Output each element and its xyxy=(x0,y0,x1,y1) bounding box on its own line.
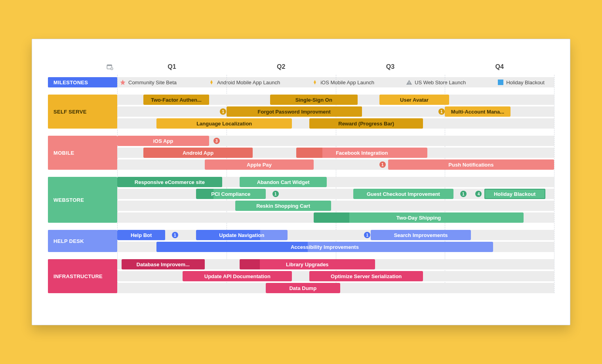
bar-label: Update Navigation xyxy=(219,232,264,238)
milestone-label: Android Mobile App Launch xyxy=(217,80,280,85)
roadmap-bar[interactable]: Language Localization xyxy=(156,118,292,129)
roadmap-bar[interactable]: Search Improvements xyxy=(371,230,471,240)
bar-label: Library Upgrades xyxy=(286,262,329,267)
lane-row: Responsive eCommerce siteAbandon Cart Wi… xyxy=(117,177,554,187)
calendar-settings-icon[interactable] xyxy=(106,63,113,70)
bar-label: Facebook Integration xyxy=(336,150,388,156)
bar-label: PCI Compliance xyxy=(211,191,250,197)
timeline-header: Q1Q2Q3Q4 xyxy=(48,59,554,75)
quarter-header: Q2 xyxy=(227,63,336,70)
svg-rect-5 xyxy=(409,83,409,84)
lane-label: WEBSTORE xyxy=(48,177,117,223)
swimlane: SELF SERVETwo-Factor Authen...Single-Sig… xyxy=(48,95,554,129)
roadmap-bar[interactable]: PCI Compliance xyxy=(196,189,266,199)
lane-label: INFRASTRUCTURE xyxy=(48,259,117,293)
lane-row: Reskin Shopping Cart xyxy=(117,201,554,211)
bar-label: Single-Sign On xyxy=(295,97,332,103)
milestones-label: MILESTONES xyxy=(48,77,117,87)
roadmap-bar[interactable]: Abandon Cart Widget xyxy=(240,177,327,187)
roadmap-bar[interactable]: Responsive eCommerce site xyxy=(117,177,222,187)
roadmap-chart: Q1Q2Q3Q4 MILESTONES Community Site BetaA… xyxy=(48,59,554,293)
bar-label: Forgot Password Improvment xyxy=(258,109,331,115)
bar-label: Responsive eCommerce site xyxy=(135,179,205,185)
lane-row: Two-Factor Authen...Single-Sign OnUser A… xyxy=(117,95,554,105)
roadmap-bar[interactable]: Guest Checkout Improvement xyxy=(353,189,454,199)
bar-label: Two-Factor Authen... xyxy=(151,97,202,103)
bar-label: Database Improvem... xyxy=(137,262,190,267)
count-badge[interactable]: 4 xyxy=(475,191,482,197)
bar-label: Data Dump xyxy=(289,285,316,291)
lane-label: SELF SERVE xyxy=(48,95,117,129)
roadmap-bar[interactable]: Library Upgrades xyxy=(240,259,375,269)
count-badge[interactable]: 1 xyxy=(438,108,445,115)
roadmap-bar[interactable]: Android App xyxy=(143,148,253,158)
milestones-row: MILESTONES Community Site BetaAndroid Mo… xyxy=(48,77,554,87)
milestone-item[interactable]: Android Mobile App Launch xyxy=(208,79,280,85)
roadmap-bar[interactable]: Apple Pay xyxy=(205,159,314,170)
quarter-header: Q1 xyxy=(117,63,227,70)
swimlane: HELP DESKHelp Bot1Update Navigation1Sear… xyxy=(48,230,554,252)
roadmap-bar[interactable]: Reward (Progress Bar) xyxy=(309,118,423,129)
count-badge[interactable]: 1 xyxy=(172,232,178,238)
roadmap-bar[interactable]: Single-Sign On xyxy=(270,95,358,105)
milestone-label: iOS Mobile App Launch xyxy=(320,80,374,85)
swimlane: INFRASTRUCTUREDatabase Improvem...Librar… xyxy=(48,259,554,293)
roadmap-bar[interactable]: Two-Factor Authen... xyxy=(143,95,209,105)
bar-label: Update API Documentation xyxy=(204,273,271,279)
milestone-label: US Web Store Launch xyxy=(415,80,466,85)
milestones-track: Community Site BetaAndroid Mobile App La… xyxy=(117,77,554,87)
milestone-label: Holiday Blackout xyxy=(506,80,545,85)
quarter-header: Q4 xyxy=(445,63,554,70)
count-badge[interactable]: 1 xyxy=(272,191,279,197)
lane-row: 1Forgot Password Improvment1Multi-Accoun… xyxy=(117,106,554,117)
bar-label: iOS App xyxy=(153,138,173,144)
roadmap-bar[interactable]: Update Navigation xyxy=(196,230,288,240)
quarter-header: Q3 xyxy=(336,63,445,70)
roadmap-bar[interactable]: Push Notifications xyxy=(388,159,554,170)
roadmap-bar[interactable]: Multi-Account Mana... xyxy=(445,106,510,117)
roadmap-bar[interactable]: Help Bot xyxy=(117,230,165,240)
roadmap-bar[interactable]: Two-Day Shipping xyxy=(314,212,523,223)
count-badge[interactable]: 1 xyxy=(220,108,226,115)
roadmap-panel: Q1Q2Q3Q4 MILESTONES Community Site BetaA… xyxy=(32,39,570,325)
roadmap-bar[interactable]: Holiday Blackout xyxy=(484,189,545,199)
roadmap-bar[interactable]: Facebook Integration xyxy=(296,148,427,158)
count-badge[interactable]: 1 xyxy=(460,191,467,197)
bar-label: Multi-Account Mana... xyxy=(451,109,504,115)
bar-label: Reward (Progress Bar) xyxy=(338,121,394,127)
count-badge[interactable]: 3 xyxy=(213,138,220,144)
roadmap-bar[interactable]: User Avatar xyxy=(379,95,449,105)
lane-row: Database Improvem...Library Upgrades xyxy=(117,259,554,269)
lane-row: Update API DocumentationOptimize Server … xyxy=(117,271,554,281)
roadmap-bar[interactable]: Update API Documentation xyxy=(183,271,292,281)
milestone-item[interactable]: Holiday Blackout xyxy=(497,79,545,85)
swimlane: MOBILEiOS App3Android AppFacebook Integr… xyxy=(48,136,554,170)
lane-row: Android AppFacebook Integration xyxy=(117,148,554,158)
lane-row: Apple Pay1Push Notifications xyxy=(117,159,554,170)
roadmap-bar[interactable]: Forgot Password Improvment xyxy=(227,106,362,117)
roadmap-bar[interactable]: iOS App xyxy=(117,136,209,146)
bar-label: Search Improvements xyxy=(394,232,448,238)
milestone-item[interactable]: Community Site Beta xyxy=(120,79,177,85)
bar-label: User Avatar xyxy=(400,97,429,103)
milestone-label: Community Site Beta xyxy=(128,80,177,85)
milestone-item[interactable]: US Web Store Launch xyxy=(406,79,466,85)
lane-row: Language LocalizationReward (Progress Ba… xyxy=(117,118,554,129)
roadmap-bar[interactable]: Accessibility Improvements xyxy=(156,242,493,252)
lane-row: Help Bot1Update Navigation1Search Improv… xyxy=(117,230,554,240)
lane-row: Two-Day Shipping xyxy=(117,212,554,223)
bar-label: Guest Checkout Improvement xyxy=(367,191,440,197)
svg-point-3 xyxy=(111,68,112,69)
bar-label: Optimize Server Serialization xyxy=(331,273,402,279)
count-badge[interactable]: 1 xyxy=(364,232,370,238)
lane-label: MOBILE xyxy=(48,136,117,170)
bar-label: Reskin Shopping Cart xyxy=(256,203,310,209)
lane-row: Accessibility Improvements xyxy=(117,242,554,252)
roadmap-bar[interactable]: Reskin Shopping Cart xyxy=(235,201,331,211)
milestone-item[interactable]: iOS Mobile App Launch xyxy=(312,79,374,85)
count-badge[interactable]: 1 xyxy=(379,161,386,168)
roadmap-bar[interactable]: Data Dump xyxy=(266,283,340,293)
roadmap-bar[interactable]: Database Improvem... xyxy=(122,259,205,269)
roadmap-bar[interactable]: Optimize Server Serialization xyxy=(309,271,423,281)
swimlane: WEBSTOREResponsive eCommerce siteAbandon… xyxy=(48,177,554,223)
